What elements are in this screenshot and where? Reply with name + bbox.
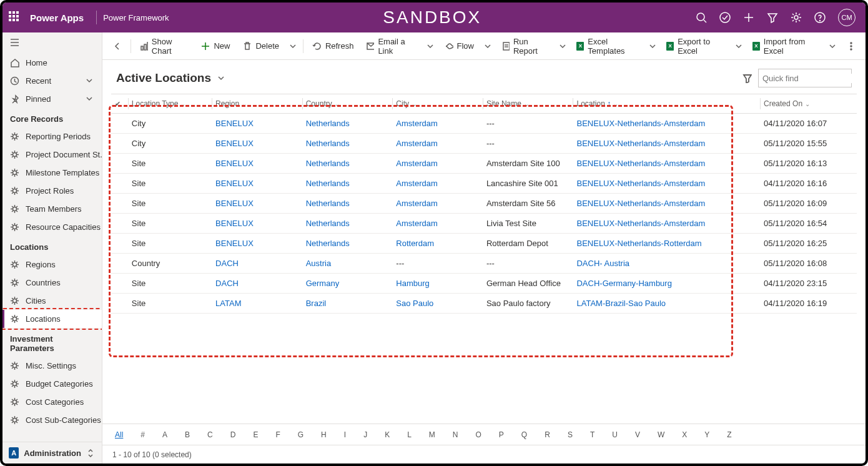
refresh-button[interactable]: Refresh xyxy=(307,39,359,53)
table-row[interactable]: SiteBENELUXNetherlandsAmsterdamAmsterdam… xyxy=(111,154,857,174)
cell[interactable]: BENELUX-Netherlands-Amsterdam xyxy=(573,134,760,154)
cell[interactable]: BENELUX-Netherlands-Rotterdam xyxy=(573,234,760,254)
select-all-header[interactable]: ✔ xyxy=(111,94,128,114)
import-excel-split[interactable] xyxy=(826,40,839,52)
alpha-jump[interactable]: B xyxy=(185,430,190,439)
column-header[interactable]: Region⌄ xyxy=(212,94,302,114)
cell[interactable]: BENELUX xyxy=(212,134,302,154)
cell[interactable]: LATAM xyxy=(212,294,302,314)
table-row[interactable]: SiteBENELUXNetherlandsRotterdamRotterdam… xyxy=(111,234,857,254)
alpha-jump[interactable]: F xyxy=(275,430,280,439)
alpha-jump[interactable]: C xyxy=(207,430,213,439)
cell[interactable]: Netherlands xyxy=(302,154,393,174)
cell[interactable]: Netherlands xyxy=(302,174,393,194)
user-avatar[interactable]: CM xyxy=(838,9,856,26)
alpha-jump[interactable]: A xyxy=(162,430,167,439)
alpha-jump[interactable]: Q xyxy=(521,430,527,439)
alpha-jump[interactable]: I xyxy=(344,430,346,439)
table-row[interactable]: CityBENELUXNetherlandsAmsterdam---BENELU… xyxy=(111,114,857,134)
cell[interactable]: DACH xyxy=(212,274,302,294)
quick-find-input[interactable] xyxy=(762,74,866,83)
cell[interactable]: LATAM-Brazil-Sao Paulo xyxy=(573,294,760,314)
alpha-jump[interactable]: N xyxy=(453,430,458,439)
column-header[interactable]: Country⌄ xyxy=(302,94,393,114)
cell[interactable]: BENELUX xyxy=(212,114,302,134)
cell[interactable]: DACH xyxy=(212,254,302,274)
new-button[interactable]: New xyxy=(195,39,235,53)
alpha-jump[interactable]: O xyxy=(476,430,481,439)
alpha-jump[interactable]: T xyxy=(590,430,594,439)
cell[interactable]: Amsterdam xyxy=(392,214,483,234)
table-row[interactable]: SiteBENELUXNetherlandsAmsterdamLancashir… xyxy=(111,174,857,194)
export-excel-button[interactable]: XExport to Excel xyxy=(661,34,730,58)
column-header[interactable]: Location ↑⌄ xyxy=(573,94,760,114)
cell[interactable]: Brazil xyxy=(302,294,393,314)
alpha-jump[interactable]: All xyxy=(115,430,123,439)
delete-button[interactable]: Delete xyxy=(237,39,284,53)
cell[interactable]: BENELUX-Netherlands-Amsterdam xyxy=(573,154,760,174)
cell[interactable]: Amsterdam xyxy=(392,154,483,174)
table-row[interactable]: CountryDACHAustria------DACH- Austria05/… xyxy=(111,254,857,274)
alpha-jump[interactable]: G xyxy=(298,430,303,439)
nav-item[interactable]: Countries xyxy=(2,274,102,292)
cell[interactable]: BENELUX xyxy=(212,234,302,254)
cell[interactable]: BENELUX-Netherlands-Amsterdam xyxy=(573,194,760,214)
nav-item[interactable]: Cost Categories xyxy=(2,393,102,411)
cell[interactable]: Amsterdam xyxy=(392,194,483,214)
area-switcher[interactable]: A Administration xyxy=(2,442,102,464)
alpha-jump[interactable]: J xyxy=(363,430,367,439)
nav-pinned[interactable]: Pinned xyxy=(2,90,102,108)
show-chart-button[interactable]: Show Chart xyxy=(135,34,194,58)
nav-item[interactable]: Team Members xyxy=(2,200,102,218)
alpha-jump[interactable]: # xyxy=(141,430,145,439)
nav-item[interactable]: Misc. Settings xyxy=(2,357,102,375)
cell[interactable]: BENELUX xyxy=(212,174,302,194)
alpha-jump[interactable]: Z xyxy=(727,430,731,439)
column-header[interactable]: Site Name⌄ xyxy=(483,94,573,114)
alpha-jump[interactable]: U xyxy=(612,430,618,439)
cell[interactable]: Germany xyxy=(302,274,393,294)
cell[interactable]: Rotterdam xyxy=(392,234,483,254)
chevron-down-icon[interactable] xyxy=(217,74,225,82)
import-excel-button[interactable]: XImport from Excel xyxy=(747,34,824,58)
cell[interactable]: Hamburg xyxy=(392,274,483,294)
assistant-icon[interactable] xyxy=(719,12,731,23)
nav-item[interactable]: Cost Sub-Categories xyxy=(2,411,102,429)
nav-home[interactable]: Home xyxy=(2,54,102,72)
search-icon[interactable] xyxy=(696,12,707,23)
alpha-jump[interactable]: W xyxy=(658,430,664,439)
cell[interactable]: BENELUX-Netherlands-Amsterdam xyxy=(573,214,760,234)
help-icon[interactable] xyxy=(814,12,826,23)
nav-recent[interactable]: Recent xyxy=(2,72,102,90)
cell[interactable]: BENELUX xyxy=(212,194,302,214)
nav-item[interactable]: Regions xyxy=(2,255,102,274)
cell[interactable]: BENELUX xyxy=(212,154,302,174)
cell[interactable]: BENELUX-Netherlands-Amsterdam xyxy=(573,114,760,134)
cell[interactable]: Amsterdam xyxy=(392,114,483,134)
cell[interactable]: Netherlands xyxy=(302,134,393,154)
cell[interactable]: Netherlands xyxy=(302,114,393,134)
nav-item[interactable]: Reporting Periods xyxy=(2,127,102,146)
table-row[interactable]: SiteLATAMBrazilSao PauloSao Paulo factor… xyxy=(111,294,857,314)
alpha-jump[interactable]: S xyxy=(568,430,573,439)
nav-item[interactable]: Locations xyxy=(2,310,102,328)
delete-split[interactable] xyxy=(287,40,299,52)
quick-find[interactable] xyxy=(758,69,852,87)
table-row[interactable]: CityBENELUXNetherlandsAmsterdam---BENELU… xyxy=(111,134,857,154)
app-launcher-icon[interactable] xyxy=(9,11,21,24)
alpha-jump[interactable]: X xyxy=(682,430,687,439)
column-header[interactable]: City⌄ xyxy=(392,94,483,114)
filter-icon[interactable] xyxy=(742,74,752,83)
view-title[interactable]: Active Locations xyxy=(116,71,211,85)
alpha-jump[interactable]: E xyxy=(253,430,258,439)
alpha-jump[interactable]: L xyxy=(407,430,412,439)
cell[interactable]: Amsterdam xyxy=(392,174,483,194)
overflow-button[interactable] xyxy=(841,39,861,53)
cell[interactable]: Sao Paulo xyxy=(392,294,483,314)
alpha-jump[interactable]: R xyxy=(545,430,550,439)
flow-split[interactable] xyxy=(481,40,494,52)
sidebar-toggle[interactable] xyxy=(2,32,102,54)
alpha-jump[interactable]: M xyxy=(429,430,435,439)
add-icon[interactable] xyxy=(743,12,754,23)
flow-button[interactable]: Flow xyxy=(439,39,479,53)
